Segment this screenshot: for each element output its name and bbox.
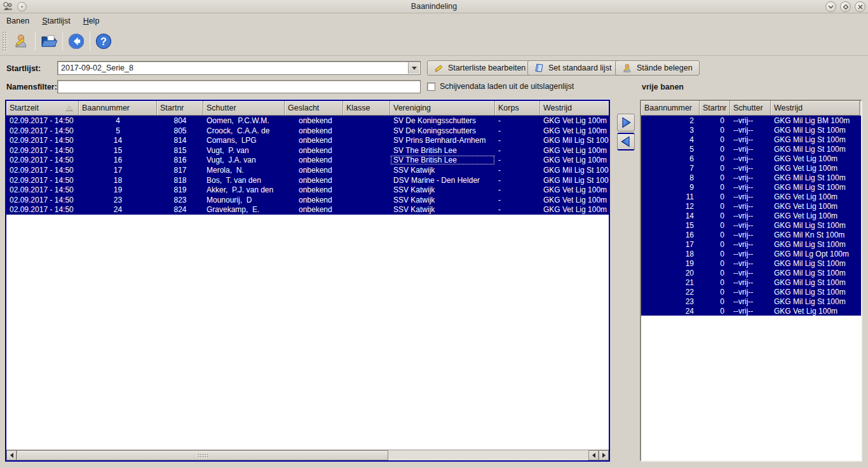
cell-geslacht[interactable]: -onbekend bbox=[285, 175, 343, 185]
cell-korps[interactable]: - bbox=[495, 204, 540, 215]
cell-korps[interactable]: - bbox=[495, 145, 540, 156]
cell-schutter[interactable]: --vrij-- bbox=[730, 230, 771, 239]
table-row[interactable]: 150--vrij--GKG Mil Lig St 100m bbox=[641, 220, 861, 230]
cell-vereniging[interactable]: SV De Koningsschutters bbox=[390, 116, 495, 126]
cell-geslacht[interactable]: -onbekend bbox=[285, 126, 343, 136]
cell-schutter[interactable]: --vrij-- bbox=[730, 249, 771, 258]
cell-westrijd[interactable]: GKG Mil Lg Opt 100m bbox=[771, 249, 860, 258]
cell-baannummer[interactable]: 22 bbox=[641, 287, 700, 297]
table-row[interactable]: 02.09.2017 - 14:5014814Comans, LPG-onbek… bbox=[6, 135, 609, 145]
cell-baannummer[interactable]: 8 bbox=[641, 173, 700, 182]
cell-startnr[interactable]: 0 bbox=[700, 230, 730, 239]
cell-westrijd[interactable]: GKG Mil Lig St 100m bbox=[771, 144, 860, 154]
cell-baannummer[interactable]: 23 bbox=[79, 195, 157, 205]
cell-schutter[interactable]: --vrij-- bbox=[730, 192, 771, 201]
close-window-button[interactable] bbox=[855, 1, 865, 12]
cell-baannummer[interactable]: 4 bbox=[641, 135, 700, 144]
cell-geslacht[interactable]: -onbekend bbox=[285, 195, 343, 205]
cell-westrijd[interactable]: GKG Vet Lig 100m bbox=[771, 154, 860, 163]
cell-westrijd[interactable]: GKG Mil Lig St 100m bbox=[771, 220, 860, 230]
cell-schutter[interactable]: --vrij-- bbox=[730, 211, 771, 220]
scroll-left-button-2[interactable] bbox=[588, 450, 599, 460]
cell-schutter[interactable]: --vrij-- bbox=[730, 144, 771, 154]
cell-geslacht[interactable]: -onbekend bbox=[285, 185, 343, 195]
cell-baannummer[interactable]: 24 bbox=[79, 204, 157, 215]
cell-westrijd[interactable]: GKG Vet Lig 100m bbox=[540, 116, 609, 126]
cell-vereniging[interactable]: SSV Katwijk bbox=[390, 165, 495, 175]
cell-korps[interactable]: - bbox=[495, 175, 540, 185]
table-row[interactable]: 90--vrij--GKG Mil Lig St 100m bbox=[641, 182, 861, 192]
cell-schutter[interactable]: --vrij-- bbox=[730, 239, 771, 249]
cell-klasse[interactable] bbox=[343, 175, 390, 185]
set-standaard-lijst-button[interactable]: Set standaard lijst bbox=[527, 60, 618, 76]
cell-baannummer[interactable]: 20 bbox=[641, 268, 700, 277]
cell-schutter[interactable]: --vrij-- bbox=[730, 125, 771, 135]
cell-schutter[interactable]: --vrij-- bbox=[730, 182, 771, 192]
cell-klasse[interactable] bbox=[343, 185, 390, 195]
cell-westrijd[interactable]: GKG Mil Lig St 100m bbox=[540, 175, 609, 185]
menu-item-banen[interactable]: Banen bbox=[0, 15, 36, 27]
table-row[interactable]: 02.09.2017 - 14:505805Croock, C.A.A. de-… bbox=[6, 126, 609, 136]
cell-baannummer[interactable]: 14 bbox=[641, 211, 700, 220]
column-header-schutter[interactable]: Schutter bbox=[730, 101, 771, 116]
table-row[interactable]: 02.09.2017 - 14:5019819Akker, P.J. van d… bbox=[6, 185, 609, 195]
cell-schutter[interactable]: --vrij-- bbox=[730, 287, 771, 297]
table-row[interactable]: 50--vrij--GKG Mil Lig St 100m bbox=[641, 144, 861, 154]
cell-westrijd[interactable]: GKG Vet Lig 100m bbox=[540, 185, 609, 195]
cell-schutter[interactable]: Akker, P.J. van den bbox=[203, 185, 285, 195]
table-row[interactable]: 110--vrij--GKG Vet Lig 100m bbox=[641, 192, 861, 201]
column-header-vereniging[interactable]: Vereniging bbox=[390, 101, 495, 116]
cell-westrijd[interactable]: GKG Vet Lig 100m bbox=[771, 211, 860, 220]
cell-korps[interactable]: - bbox=[495, 165, 540, 175]
cell-baannummer[interactable]: 5 bbox=[79, 126, 157, 136]
cell-startnr[interactable]: 804 bbox=[157, 116, 203, 126]
table-row[interactable]: 190--vrij--GKG Mil Lig St 100m bbox=[641, 258, 861, 268]
cell-startnr[interactable]: 0 bbox=[700, 135, 730, 144]
cell-baannummer[interactable]: 19 bbox=[641, 258, 700, 268]
cell-startzeit[interactable]: 02.09.2017 - 14:50 bbox=[6, 165, 79, 175]
move-to-left-button[interactable] bbox=[617, 133, 635, 150]
cell-schutter[interactable]: --vrij-- bbox=[730, 135, 771, 144]
cell-startzeit[interactable]: 02.09.2017 - 14:50 bbox=[6, 185, 79, 195]
cell-startzeit[interactable]: 02.09.2017 - 14:50 bbox=[6, 145, 79, 156]
cell-korps[interactable]: - bbox=[495, 126, 540, 136]
cell-klasse[interactable] bbox=[343, 135, 390, 145]
table-row[interactable]: 80--vrij--GKG Mil Lig St 100m bbox=[641, 173, 861, 182]
cell-vereniging[interactable]: SV The British Lee bbox=[390, 155, 495, 165]
cell-startnr[interactable]: 0 bbox=[700, 249, 730, 258]
table-row[interactable]: 40--vrij--GKG Mil Lig St 100m bbox=[641, 135, 861, 144]
table-row[interactable]: 240--vrij--GKG Vet Lig 100m bbox=[641, 306, 861, 316]
cell-westrijd[interactable]: GKG Vet Lig 100m bbox=[540, 204, 609, 215]
cell-startnr[interactable]: 0 bbox=[700, 192, 730, 201]
cell-schutter[interactable]: Oomen, P.C.W.M. bbox=[203, 116, 285, 126]
cell-baannummer[interactable]: 23 bbox=[641, 297, 700, 306]
menu-item-help[interactable]: Help bbox=[77, 15, 106, 27]
cell-klasse[interactable] bbox=[343, 116, 390, 126]
cell-startnr[interactable]: 819 bbox=[157, 185, 203, 195]
column-header-westrijd[interactable]: Westrijd bbox=[540, 101, 610, 116]
cell-baannummer[interactable]: 4 bbox=[79, 116, 157, 126]
cell-startnr[interactable]: 0 bbox=[700, 211, 730, 220]
cell-geslacht[interactable]: -onbekend bbox=[285, 145, 343, 156]
scroll-left-button[interactable] bbox=[6, 450, 17, 460]
table-row[interactable]: 02.09.2017 - 14:5015815Vugt, P. van-onbe… bbox=[6, 145, 609, 156]
shade-window-button[interactable] bbox=[825, 1, 836, 12]
table-row[interactable]: 210--vrij--GKG Mil Lig St 100m bbox=[641, 277, 861, 287]
cell-baannummer[interactable]: 16 bbox=[79, 155, 157, 165]
cell-westrijd[interactable]: GKG Vet Lig 100m bbox=[771, 163, 860, 173]
cell-geslacht[interactable]: -onbekend bbox=[285, 135, 343, 145]
cell-baannummer[interactable]: 2 bbox=[641, 116, 700, 125]
cell-schutter[interactable]: Bos, T. van den bbox=[203, 175, 285, 185]
cell-startnr[interactable]: 0 bbox=[700, 297, 730, 306]
cell-startnr[interactable]: 0 bbox=[700, 116, 730, 125]
cell-schutter[interactable]: --vrij-- bbox=[730, 306, 771, 316]
cell-startnr[interactable]: 0 bbox=[700, 182, 730, 192]
cell-korps[interactable]: - bbox=[495, 135, 540, 145]
table-row[interactable]: 02.09.2017 - 14:5018818Bos, T. van den-o… bbox=[6, 175, 609, 185]
cell-baannummer[interactable]: 3 bbox=[641, 125, 700, 135]
horizontal-scrollbar[interactable] bbox=[6, 450, 609, 460]
column-header-schutter[interactable]: Schutter bbox=[203, 101, 285, 116]
toolbar-drag-handle[interactable] bbox=[2, 31, 7, 51]
cell-klasse[interactable] bbox=[343, 195, 390, 205]
cell-startnr[interactable]: 0 bbox=[700, 306, 730, 316]
